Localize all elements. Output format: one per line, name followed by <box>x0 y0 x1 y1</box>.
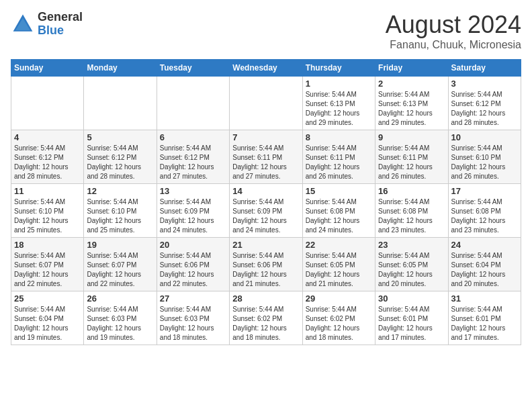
day-info: Sunrise: 5:44 AM Sunset: 6:01 PM Dayligh… <box>451 305 518 342</box>
day-30: 30Sunrise: 5:44 AM Sunset: 6:01 PM Dayli… <box>375 291 448 345</box>
week-row-2: 4Sunrise: 5:44 AM Sunset: 6:12 PM Daylig… <box>11 130 521 184</box>
day-header-tuesday: Tuesday <box>157 60 229 77</box>
day-header-thursday: Thursday <box>302 60 375 77</box>
day-number: 26 <box>87 293 153 304</box>
week-row-5: 25Sunrise: 5:44 AM Sunset: 6:04 PM Dayli… <box>11 291 521 345</box>
day-number: 16 <box>378 186 445 196</box>
day-12: 12Sunrise: 5:44 AM Sunset: 6:10 PM Dayli… <box>84 184 157 238</box>
day-number: 17 <box>451 186 518 196</box>
day-number: 8 <box>306 132 372 142</box>
day-info: Sunrise: 5:44 AM Sunset: 6:11 PM Dayligh… <box>232 144 299 181</box>
day-number: 7 <box>232 132 299 142</box>
day-info: Sunrise: 5:44 AM Sunset: 6:06 PM Dayligh… <box>160 251 226 289</box>
page-header: General Blue August 2024 Fananu, Chuuk, … <box>11 11 521 51</box>
day-number: 1 <box>306 79 372 89</box>
day-number: 24 <box>451 240 518 250</box>
day-18: 18Sunrise: 5:44 AM Sunset: 6:07 PM Dayli… <box>11 238 84 291</box>
day-number: 25 <box>14 293 81 304</box>
day-25: 25Sunrise: 5:44 AM Sunset: 6:04 PM Dayli… <box>11 291 84 345</box>
day-info: Sunrise: 5:44 AM Sunset: 6:07 PM Dayligh… <box>87 251 153 289</box>
day-number: 2 <box>378 79 445 89</box>
day-info: Sunrise: 5:44 AM Sunset: 6:01 PM Dayligh… <box>378 305 445 342</box>
day-10: 10Sunrise: 5:44 AM Sunset: 6:10 PM Dayli… <box>448 130 521 184</box>
day-info: Sunrise: 5:44 AM Sunset: 6:05 PM Dayligh… <box>306 251 372 289</box>
day-number: 10 <box>451 132 518 142</box>
day-number: 3 <box>451 79 518 89</box>
day-header-friday: Friday <box>375 60 448 77</box>
day-info: Sunrise: 5:44 AM Sunset: 6:12 PM Dayligh… <box>87 144 153 181</box>
day-22: 22Sunrise: 5:44 AM Sunset: 6:05 PM Dayli… <box>302 238 375 291</box>
day-info: Sunrise: 5:44 AM Sunset: 6:13 PM Dayligh… <box>378 90 445 128</box>
days-header-row: SundayMondayTuesdayWednesdayThursdayFrid… <box>11 60 521 77</box>
day-3: 3Sunrise: 5:44 AM Sunset: 6:12 PM Daylig… <box>448 77 521 130</box>
day-4: 4Sunrise: 5:44 AM Sunset: 6:12 PM Daylig… <box>11 130 84 184</box>
day-info: Sunrise: 5:44 AM Sunset: 6:02 PM Dayligh… <box>306 305 372 342</box>
day-26: 26Sunrise: 5:44 AM Sunset: 6:03 PM Dayli… <box>84 291 157 345</box>
day-24: 24Sunrise: 5:44 AM Sunset: 6:04 PM Dayli… <box>448 238 521 291</box>
day-number: 9 <box>378 132 445 142</box>
day-info: Sunrise: 5:44 AM Sunset: 6:03 PM Dayligh… <box>160 305 226 342</box>
day-number: 12 <box>87 186 153 196</box>
day-info: Sunrise: 5:44 AM Sunset: 6:10 PM Dayligh… <box>14 197 81 235</box>
day-number: 4 <box>14 132 81 142</box>
logo-icon <box>11 12 35 36</box>
logo-text: General Blue <box>38 11 83 38</box>
day-info: Sunrise: 5:44 AM Sunset: 6:08 PM Dayligh… <box>378 197 445 235</box>
day-info: Sunrise: 5:44 AM Sunset: 6:02 PM Dayligh… <box>232 305 299 342</box>
day-info: Sunrise: 5:44 AM Sunset: 6:04 PM Dayligh… <box>14 305 81 342</box>
day-31: 31Sunrise: 5:44 AM Sunset: 6:01 PM Dayli… <box>448 291 521 345</box>
day-info: Sunrise: 5:44 AM Sunset: 6:08 PM Dayligh… <box>451 197 518 235</box>
day-number: 15 <box>306 186 372 196</box>
day-number: 5 <box>87 132 153 142</box>
day-number: 22 <box>306 240 372 250</box>
day-info: Sunrise: 5:44 AM Sunset: 6:10 PM Dayligh… <box>451 144 518 181</box>
day-number: 13 <box>160 186 226 196</box>
day-21: 21Sunrise: 5:44 AM Sunset: 6:06 PM Dayli… <box>230 238 302 291</box>
day-number: 31 <box>451 293 518 304</box>
day-19: 19Sunrise: 5:44 AM Sunset: 6:07 PM Dayli… <box>84 238 157 291</box>
day-info: Sunrise: 5:44 AM Sunset: 6:06 PM Dayligh… <box>232 251 299 289</box>
day-header-wednesday: Wednesday <box>230 60 302 77</box>
day-info: Sunrise: 5:44 AM Sunset: 6:10 PM Dayligh… <box>87 197 153 235</box>
day-info: Sunrise: 5:44 AM Sunset: 6:05 PM Dayligh… <box>378 251 445 289</box>
day-number: 19 <box>87 240 153 250</box>
day-number: 11 <box>14 186 81 196</box>
day-27: 27Sunrise: 5:44 AM Sunset: 6:03 PM Dayli… <box>157 291 229 345</box>
location: Fananu, Chuuk, Micronesia <box>386 39 521 51</box>
day-16: 16Sunrise: 5:44 AM Sunset: 6:08 PM Dayli… <box>375 184 448 238</box>
day-number: 18 <box>14 240 81 250</box>
day-info: Sunrise: 5:44 AM Sunset: 6:12 PM Dayligh… <box>160 144 226 181</box>
day-info: Sunrise: 5:44 AM Sunset: 6:09 PM Dayligh… <box>232 197 299 235</box>
day-6: 6Sunrise: 5:44 AM Sunset: 6:12 PM Daylig… <box>157 130 229 184</box>
day-13: 13Sunrise: 5:44 AM Sunset: 6:09 PM Dayli… <box>157 184 229 238</box>
day-14: 14Sunrise: 5:44 AM Sunset: 6:09 PM Dayli… <box>230 184 302 238</box>
day-number: 21 <box>232 240 299 250</box>
week-row-3: 11Sunrise: 5:44 AM Sunset: 6:10 PM Dayli… <box>11 184 521 238</box>
day-28: 28Sunrise: 5:44 AM Sunset: 6:02 PM Dayli… <box>230 291 302 345</box>
day-info: Sunrise: 5:44 AM Sunset: 6:13 PM Dayligh… <box>306 90 372 128</box>
day-info: Sunrise: 5:44 AM Sunset: 6:03 PM Dayligh… <box>87 305 153 342</box>
day-info: Sunrise: 5:44 AM Sunset: 6:11 PM Dayligh… <box>378 144 445 181</box>
day-info: Sunrise: 5:44 AM Sunset: 6:11 PM Dayligh… <box>306 144 372 181</box>
logo-general: General <box>38 11 83 24</box>
day-header-sunday: Sunday <box>11 60 84 77</box>
day-number: 23 <box>378 240 445 250</box>
day-7: 7Sunrise: 5:44 AM Sunset: 6:11 PM Daylig… <box>230 130 302 184</box>
week-row-4: 18Sunrise: 5:44 AM Sunset: 6:07 PM Dayli… <box>11 238 521 291</box>
day-info: Sunrise: 5:44 AM Sunset: 6:09 PM Dayligh… <box>160 197 226 235</box>
day-15: 15Sunrise: 5:44 AM Sunset: 6:08 PM Dayli… <box>302 184 375 238</box>
day-number: 20 <box>160 240 226 250</box>
day-number: 28 <box>232 293 299 304</box>
logo-blue: Blue <box>38 24 83 38</box>
day-number: 6 <box>160 132 226 142</box>
week-row-1: 1Sunrise: 5:44 AM Sunset: 6:13 PM Daylig… <box>11 77 521 130</box>
day-info: Sunrise: 5:44 AM Sunset: 6:04 PM Dayligh… <box>451 251 518 289</box>
empty-cell <box>157 77 229 130</box>
day-header-saturday: Saturday <box>448 60 521 77</box>
day-info: Sunrise: 5:44 AM Sunset: 6:12 PM Dayligh… <box>451 90 518 128</box>
month-year: August 2024 <box>386 11 521 39</box>
day-info: Sunrise: 5:44 AM Sunset: 6:07 PM Dayligh… <box>14 251 81 289</box>
day-info: Sunrise: 5:44 AM Sunset: 6:12 PM Dayligh… <box>14 144 81 181</box>
day-8: 8Sunrise: 5:44 AM Sunset: 6:11 PM Daylig… <box>302 130 375 184</box>
day-header-monday: Monday <box>84 60 157 77</box>
